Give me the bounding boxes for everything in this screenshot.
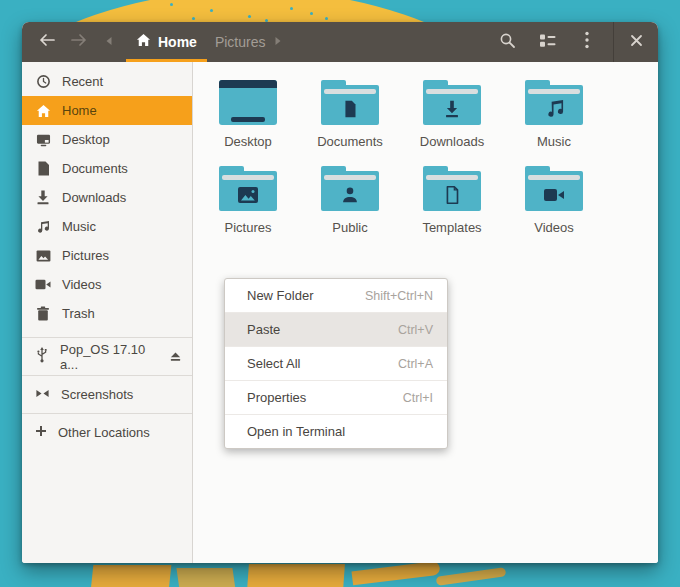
wallpaper-brush-stroke: [247, 564, 345, 587]
folder-desktop[interactable]: Desktop: [197, 80, 299, 149]
wallpaper-brush-stroke: [436, 567, 507, 586]
templates-folder-icon: [423, 166, 481, 211]
folder-label: Videos: [534, 220, 574, 235]
wallpaper-brush-stroke: [91, 565, 172, 587]
folder-documents[interactable]: Documents: [299, 80, 401, 149]
folder-music[interactable]: Music: [503, 80, 605, 149]
file-manager-window: Home Pictures: [22, 22, 658, 563]
folder-label: Pictures: [225, 220, 272, 235]
wallpaper-brush-stroke: [176, 568, 235, 587]
close-button[interactable]: [614, 33, 658, 51]
folder-pictures[interactable]: Pictures: [197, 166, 299, 235]
close-icon: [630, 33, 643, 51]
search-icon: [499, 32, 516, 53]
image-icon: [35, 250, 51, 262]
breadcrumb-home-button[interactable]: Home: [124, 22, 209, 62]
menu-item-label: Open in Terminal: [247, 424, 345, 439]
desktop-folder-icon: [219, 80, 277, 125]
menu-item-shortcut: Shift+Ctrl+N: [365, 289, 433, 303]
music-folder-icon: [525, 80, 583, 125]
folder-templates[interactable]: Templates: [401, 166, 503, 235]
menu-item-label: Properties: [247, 390, 306, 405]
folder-label: Templates: [422, 220, 481, 235]
sidebar-item-label: Downloads: [62, 190, 126, 205]
pictures-folder-icon: [219, 166, 277, 211]
folder-label: Public: [332, 220, 367, 235]
sidebar-item-pictures[interactable]: Pictures: [22, 241, 192, 270]
breadcrumb-home-label: Home: [158, 34, 197, 50]
headerbar-actions: [487, 22, 658, 62]
sidebar-item-documents[interactable]: Documents: [22, 154, 192, 183]
menu-item-new-folder[interactable]: New Folder Shift+Ctrl+N: [225, 279, 447, 312]
folder-label: Desktop: [224, 134, 272, 149]
menu-item-shortcut: Ctrl+V: [398, 323, 433, 337]
folder-label: Downloads: [420, 134, 484, 149]
menu-item-shortcut: Ctrl+A: [398, 357, 433, 371]
plus-icon: [35, 425, 47, 440]
forward-arrow-icon: [70, 32, 88, 52]
view-options-button[interactable]: [534, 29, 560, 55]
folder-label: Music: [537, 134, 571, 149]
public-folder-icon: [321, 166, 379, 211]
headerbar: Home Pictures: [22, 22, 658, 62]
desktop-wallpaper-bottom: [0, 563, 680, 587]
sidebar-item-videos[interactable]: Videos: [22, 270, 192, 299]
context-menu: New Folder Shift+Ctrl+N Paste Ctrl+V Sel…: [224, 278, 448, 449]
folder-grid: Desktop Documents Downloads: [193, 62, 658, 235]
folder-downloads[interactable]: Downloads: [401, 80, 503, 149]
menu-item-open-in-terminal[interactable]: Open in Terminal: [225, 415, 447, 448]
sidebar-item-label: Trash: [62, 306, 95, 321]
home-icon: [35, 104, 51, 118]
sidebar-item-desktop[interactable]: Desktop: [22, 125, 192, 154]
sidebar-item-screenshots[interactable]: Screenshots: [22, 375, 192, 413]
path-scroll-right-button[interactable]: [271, 29, 285, 55]
menu-item-properties[interactable]: Properties Ctrl+I: [225, 381, 447, 414]
menu-item-label: New Folder: [247, 288, 313, 303]
sidebar-item-label: Music: [62, 219, 96, 234]
folder-label: Documents: [317, 134, 383, 149]
file-browser-area[interactable]: Desktop Documents Downloads: [193, 62, 658, 563]
menu-item-shortcut: Ctrl+I: [403, 391, 433, 405]
sidebar-item-home[interactable]: Home: [22, 96, 192, 125]
menu-item-select-all[interactable]: Select All Ctrl+A: [225, 347, 447, 380]
menu-button[interactable]: [574, 29, 600, 55]
search-button[interactable]: [494, 29, 520, 55]
sidebar-item-trash[interactable]: Trash: [22, 299, 192, 328]
wallpaper-speckles: [170, 3, 173, 6]
download-icon: [35, 190, 51, 205]
sidebar-item-label: Pop_OS 17.10 a...: [60, 342, 158, 372]
document-icon: [35, 161, 51, 176]
sidebar-item-label: Videos: [62, 277, 102, 292]
video-camera-icon: [35, 279, 51, 290]
eject-button[interactable]: [169, 351, 182, 363]
sidebar-item-music[interactable]: Music: [22, 212, 192, 241]
trash-icon: [35, 306, 51, 321]
documents-folder-icon: [321, 80, 379, 125]
forward-button[interactable]: [66, 29, 92, 55]
sidebar-item-label: Documents: [62, 161, 128, 176]
sidebar-item-popos-drive[interactable]: Pop_OS 17.10 a...: [22, 337, 192, 375]
folder-public[interactable]: Public: [299, 166, 401, 235]
kebab-menu-icon: [584, 31, 590, 53]
usb-drive-icon: [35, 347, 49, 366]
home-icon: [136, 33, 151, 51]
sidebar-item-label: Other Locations: [58, 425, 150, 440]
sidebar-item-other-locations[interactable]: Other Locations: [22, 413, 192, 451]
back-button[interactable]: [34, 29, 60, 55]
sidebar: Recent Home Desktop Documents: [22, 62, 193, 563]
sidebar-item-downloads[interactable]: Downloads: [22, 183, 192, 212]
path-scroll-left-button[interactable]: [102, 29, 116, 55]
chevron-left-icon: [104, 33, 114, 51]
sidebar-item-recent[interactable]: Recent: [22, 67, 192, 96]
menu-item-label: Select All: [247, 356, 300, 371]
desktop-wallpaper-top: [0, 0, 680, 22]
menu-item-paste[interactable]: Paste Ctrl+V: [225, 313, 447, 346]
clock-icon: [35, 74, 51, 89]
breadcrumb-current-folder[interactable]: Pictures: [209, 34, 272, 50]
list-view-icon: [539, 33, 556, 52]
wallpaper-brush-stroke: [351, 563, 440, 585]
folder-videos[interactable]: Videos: [503, 166, 605, 235]
downloads-folder-icon: [423, 80, 481, 125]
sidebar-spacer: [22, 328, 192, 337]
sidebar-item-label: Pictures: [62, 248, 109, 263]
